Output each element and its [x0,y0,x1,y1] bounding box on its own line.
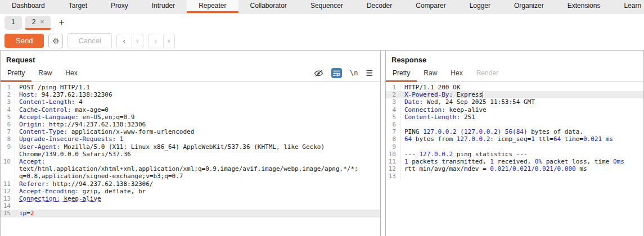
hide-matches-icon[interactable] [314,69,323,78]
request-tab-hex[interactable]: Hex [58,66,84,82]
code-text: Referer: http://94.237.62.138:32306/ [15,180,153,188]
menu-item-extensions[interactable]: Extensions [556,0,613,13]
pane-splitter[interactable] [381,51,385,236]
response-tab-render[interactable]: Render [470,66,505,82]
code-token: 2 [30,210,34,217]
menu-item-intruder[interactable]: Intruder [140,0,187,13]
history-forward-dropdown[interactable]: ∨ [163,34,174,48]
send-settings-button[interactable]: ⚙ [48,34,63,48]
show-newlines-icon[interactable]: \n [350,69,358,77]
code-line[interactable]: 3Content-Length: 4 [1,98,380,106]
code-token: ) [524,128,528,135]
response-tab-hex[interactable]: Hex [444,66,469,82]
menu-item-decoder[interactable]: Decoder [355,0,404,13]
editor-menu-icon[interactable]: ☰ [366,69,372,78]
request-tab-pretty[interactable]: Pretty [1,66,31,82]
menu-item-proxy[interactable]: Proxy [99,0,140,13]
response-tab-pretty[interactable]: Pretty [386,66,417,82]
code-line[interactable]: 12Accept-Encoding: gzip, deflate, br [1,188,380,195]
code-token: http://94.237.62.138:32306/ [49,180,153,188]
code-line[interactable]: 8Upgrade-Insecure-Requests: 1 [1,135,380,143]
code-line[interactable]: 2Host: 94.237.62.138:32306 [1,91,380,98]
code-token: Connection: [404,106,445,114]
line-number [1,173,15,180]
code-line[interactable]: 14 [1,202,380,210]
menu-item-repeater[interactable]: Repeater [187,0,238,13]
code-line[interactable]: 15ip=2 [1,210,380,217]
code-line[interactable]: text/html,application/xhtml+xml,applicat… [1,165,380,173]
code-line[interactable]: 10--- 127.0.0.2 ping statistics --- [386,151,643,158]
code-token: % packet loss, time [538,158,613,165]
code-token: 64 [404,135,412,143]
add-tab-button[interactable]: + [54,17,69,28]
code-text: Connection: keep-alive [400,106,487,114]
code-text: Date: Wed, 24 Sep 2025 11:53:54 GMT [400,98,535,106]
code-line[interactable]: 2X-Powered-By: Express [386,91,643,98]
main-menu-bar: DashboardTargetProxyIntruderRepeaterColl… [0,0,644,13]
code-text: 1 packets transmitted, 1 received, 0% pa… [400,158,624,165]
code-text: Accept-Encoding: gzip, deflate, br [15,188,146,195]
code-line[interactable]: 7Content-Type: application/x-www-form-ur… [1,128,380,135]
code-line[interactable]: 13Connection: keep-alive [1,195,380,202]
repeater-tab-2[interactable]: 2× [25,16,51,30]
line-number: 8 [386,135,400,143]
code-line[interactable]: 5Accept-Language: en-US,en;q=0.9 [1,114,380,121]
code-line[interactable]: 3Date: Wed, 24 Sep 2025 11:53:54 GMT [386,98,643,106]
code-text: PING 127.0.0.2 (127.0.0.2) 56(84) bytes … [400,128,583,135]
code-line[interactable]: 10Accept: [1,158,380,165]
menu-item-dashboard[interactable]: Dashboard [0,0,57,13]
code-token: Host: [19,91,38,98]
code-line[interactable]: 4Connection: keep-alive [386,106,643,114]
request-editor-icons: \n ☰ [314,68,380,81]
code-line[interactable]: 1HTTP/1.1 200 OK [386,84,643,91]
line-number: 12 [1,188,15,195]
cancel-button[interactable]: Cancel [67,33,111,48]
menu-item-learn[interactable]: Learn [612,0,644,13]
line-number: 12 [386,165,400,173]
history-back-dropdown[interactable]: ∨ [132,34,143,48]
chevron-down-icon: ∨ [167,38,171,44]
code-token: Connection: [19,195,60,202]
history-back-button[interactable]: ‹ [117,34,132,48]
code-line[interactable]: 13 [386,173,643,180]
code-line[interactable]: q=0.8,application/signed-exchange;v=b3;q… [1,173,380,180]
code-token: keep-alive [60,195,101,202]
text-cursor [483,92,483,98]
menu-item-logger[interactable]: Logger [458,0,502,13]
code-line[interactable]: 6 [386,121,643,128]
code-line[interactable]: 1POST /ping HTTP/1.1 [1,84,380,91]
request-pane: Request PrettyRawHex \n ☰ 1POST /ping HT… [0,51,381,236]
request-editor[interactable]: 1POST /ping HTTP/1.12Host: 94.237.62.138… [1,82,380,217]
close-tab-icon[interactable]: × [40,19,44,25]
code-line[interactable]: 9 [386,143,643,151]
send-button[interactable]: Send [4,34,44,48]
line-number: 6 [1,121,15,128]
code-text: X-Powered-By: Express [400,91,483,98]
menu-item-comparer[interactable]: Comparer [404,0,457,13]
menu-item-target[interactable]: Target [57,0,99,13]
code-line[interactable]: 4Cache-Control: max-age=0 [1,106,380,114]
response-editor[interactable]: 1HTTP/1.1 200 OK2X-Powered-By: Express3D… [386,82,643,180]
menu-item-organizer[interactable]: Organizer [502,0,556,13]
code-text: 64 bytes from 127.0.0.2: icmp_seq=1 ttl=… [400,135,613,143]
code-line[interactable]: 5Content-Length: 251 [386,114,643,121]
repeater-tab-1[interactable]: 1 [4,16,22,30]
chevron-left-icon: ‹ [123,36,125,46]
code-line[interactable]: 7PING 127.0.0.2 (127.0.0.2) 56(84) bytes… [386,128,643,135]
response-tab-raw[interactable]: Raw [417,66,444,82]
code-line[interactable]: 6Origin: http://94.237.62.138:32306 [1,121,380,128]
code-line[interactable]: 111 packets transmitted, 1 received, 0% … [386,158,643,165]
code-text: User-Agent: Mozilla/5.0 (X11; Linux x86_… [15,143,325,151]
history-forward-button[interactable]: › [148,34,163,48]
repeater-tab-bar: 12×+ [0,13,644,31]
word-wrap-icon[interactable] [331,68,342,78]
menu-item-sequencer[interactable]: Sequencer [299,0,355,13]
code-line[interactable]: Chrome/139.0.0.0 Safari/537.36 [1,151,380,158]
request-tab-raw[interactable]: Raw [31,66,58,82]
code-line[interactable]: 9User-Agent: Mozilla/5.0 (X11; Linux x86… [1,143,380,151]
code-line[interactable]: 12rtt min/avg/max/mdev = 0.021/0.021/0.0… [386,165,643,173]
code-text: Origin: http://94.237.62.138:32306 [15,121,146,128]
menu-item-collaborator[interactable]: Collaborator [238,0,299,13]
code-line[interactable]: 11Referer: http://94.237.62.138:32306/ [1,180,380,188]
code-line[interactable]: 864 bytes from 127.0.0.2: icmp_seq=1 ttl… [386,135,643,143]
